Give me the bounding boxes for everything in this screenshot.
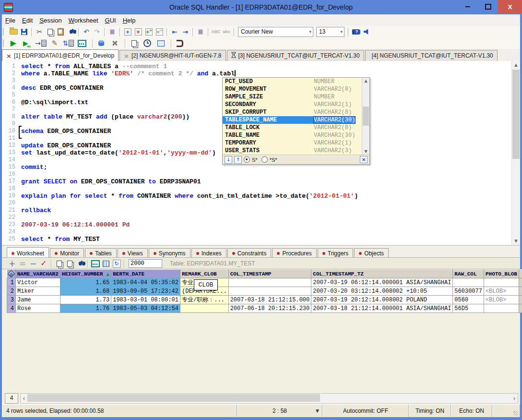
- tab-views[interactable]: Views: [118, 248, 148, 258]
- grid-cell[interactable]: 1983-03-01 08:00:01: [111, 296, 180, 304]
- help-button[interactable]: ?: [351, 26, 361, 37]
- find-button[interactable]: [66, 26, 76, 37]
- minimize-button[interactable]: [458, 0, 478, 13]
- match-prefix-radio[interactable]: [244, 156, 250, 163]
- grid-cell[interactable]: Rose: [16, 304, 60, 313]
- scrollbar-thumb[interactable]: [512, 70, 520, 159]
- scroll-right-icon[interactable]: ›: [511, 394, 518, 402]
- row-number[interactable]: 1: [7, 278, 16, 287]
- tab-constraints[interactable]: Constraints: [227, 248, 272, 258]
- autocomplete-item[interactable]: SAMPLE_SIZENUMBER: [223, 93, 362, 101]
- autocomplete-item[interactable]: TABLE_LOCKVARCHAR2(8): [223, 124, 362, 132]
- paste-button[interactable]: [55, 26, 66, 37]
- column-header-raw_col[interactable]: RAW_COL: [453, 270, 484, 278]
- format-statement-button[interactable]: ≣: [107, 26, 118, 37]
- tab-tables[interactable]: Tables: [85, 248, 117, 258]
- grid-cell[interactable]: 2007-06-18 20:12:15.230: [228, 304, 311, 313]
- column-header-col_timestamp_tz[interactable]: COL_TIMESTAMP_TZ: [311, 270, 453, 278]
- timing-button[interactable]: [142, 38, 153, 48]
- grid-cell[interactable]: 1.73: [60, 296, 111, 304]
- hourglass-icon[interactable]: [231, 52, 236, 60]
- session-tab-3[interactable]: [3] NGENUSRIUT_TCAT@IUT_TERCAT-V1.30: [227, 50, 364, 61]
- grid-cell[interactable]: [228, 287, 311, 296]
- undo-button[interactable]: ↶: [81, 26, 92, 37]
- lowercase-button[interactable]: abc: [221, 26, 232, 37]
- editor-vertical-scrollbar[interactable]: ▲ ▼: [511, 61, 520, 245]
- toolbar-grip[interactable]: [3, 39, 6, 47]
- grid-cell[interactable]: 1.68: [60, 287, 111, 296]
- grid-cell[interactable]: 2007-03-19 20:12:14.008002 POLAND: [311, 296, 453, 304]
- maximize-button[interactable]: [478, 0, 498, 13]
- column-header-remark_clob[interactable]: REMARK_CLOB: [180, 270, 229, 278]
- table-row[interactable]: 4Rose1.761983-05-03 04:12:542007-06-18 2…: [7, 304, 522, 313]
- menu-edit[interactable]: Edit: [19, 15, 36, 25]
- grid-cell[interactable]: [453, 278, 484, 287]
- column-header-col_timestamp[interactable]: COL_TIMESTAMP: [228, 270, 311, 278]
- session-tab-4[interactable]: [4] NGENUSRIUT_TCAT@IUT_TERCAT-V1.30: [365, 50, 498, 61]
- transfer-button[interactable]: ⇅: [63, 38, 74, 48]
- find-in-results-button[interactable]: [75, 258, 85, 269]
- grid-horizontal-scrollbar[interactable]: ‹ ›: [20, 393, 518, 404]
- copy-history-button[interactable]: [129, 38, 139, 48]
- sound-button[interactable]: [361, 26, 372, 37]
- grid-cell[interactable]: 2007-03-20 03:12:14.008002 +10:05: [311, 287, 453, 296]
- session-tab-1[interactable]: ×[1] EDRP3DATA01@EDR_for_Develop: [2, 49, 119, 61]
- autocomplete-item[interactable]: TABLE_NAMEVARCHAR2(30): [223, 132, 362, 139]
- grid-cell[interactable]: 56D5: [453, 304, 484, 313]
- spool-to-file-button[interactable]: →: [35, 38, 47, 48]
- scroll-up-icon[interactable]: ▲: [362, 78, 369, 84]
- disconnect-button[interactable]: [175, 38, 185, 48]
- menu-gui[interactable]: GUI: [102, 15, 119, 25]
- column-header-height_number[interactable]: HEIGHT_NUMBER ▲: [60, 270, 111, 278]
- grid-cell[interactable]: 1983-09-05 17:23:42: [111, 287, 180, 296]
- add-indent-button[interactable]: +: [122, 26, 133, 37]
- scroll-left-icon[interactable]: ‹: [21, 394, 27, 402]
- popup-close-icon[interactable]: ×: [360, 156, 368, 163]
- autocomplete-item[interactable]: TABLESPACE_NAMEVARCHAR2(30): [223, 116, 362, 124]
- close-gray-icon[interactable]: ×: [124, 52, 129, 60]
- grid-cell[interactable]: [228, 278, 311, 287]
- tools-button[interactable]: [109, 38, 120, 48]
- close-red-icon[interactable]: ×: [6, 52, 12, 60]
- add-row-button[interactable]: +: [7, 258, 17, 269]
- autocomplete-item[interactable]: PCT_USEDNUMBER: [223, 78, 362, 85]
- grid-cell[interactable]: 56030077: [453, 287, 484, 296]
- add-quotes-button[interactable]: +": [143, 26, 154, 37]
- tab-indexes[interactable]: Indexes: [191, 248, 226, 258]
- close-button[interactable]: X: [498, 0, 522, 13]
- grid-cell[interactable]: Victor: [16, 278, 60, 287]
- row-number[interactable]: 4: [7, 304, 16, 313]
- column-header-photo_blob[interactable]: PHOTO_BLOB: [484, 270, 519, 278]
- scrollbar-thumb[interactable]: [363, 107, 369, 126]
- edit-script-button[interactable]: ✎: [49, 38, 60, 48]
- refresh-button[interactable]: ↻: [111, 258, 122, 269]
- table-row[interactable]: 3Jame1.731983-03-01 08:00:01专业/职称：...200…: [7, 296, 522, 304]
- grid-cell[interactable]: 2007-03-18 21:12:14.000001 ASIA/SHANGHAI: [311, 304, 453, 313]
- copy-rows-button[interactable]: [64, 258, 75, 269]
- table-row[interactable]: 2Miker1.681983-09-05 17:23:42(DEPARTURE.…: [7, 287, 522, 296]
- grid-cell[interactable]: <BLOB>: [484, 287, 519, 296]
- autocomplete-item[interactable]: SKIP_CORRUPTVARCHAR2(8): [223, 108, 362, 116]
- uppercase-button[interactable]: ABC: [211, 26, 221, 37]
- cut-button[interactable]: ✂: [34, 26, 45, 37]
- grid-cell[interactable]: Miker: [16, 287, 60, 296]
- monitor-button[interactable]: [77, 38, 87, 48]
- choose-columns-button[interactable]: [101, 258, 111, 269]
- grid-cell[interactable]: [484, 278, 519, 287]
- grid-cell[interactable]: Jame: [16, 296, 60, 304]
- move-down-button[interactable]: ↓: [225, 156, 232, 164]
- run-button[interactable]: ▶: [8, 38, 19, 48]
- grid-cell[interactable]: [180, 304, 229, 313]
- autocomplete-item[interactable]: SECONDARYVARCHAR2(1): [223, 101, 362, 108]
- copy-with-headers-button[interactable]: [54, 258, 64, 269]
- grid-cell[interactable]: 1983-04-04 05:35:02: [111, 278, 180, 287]
- hscrollbar-thumb[interactable]: [27, 394, 320, 402]
- autocomplete-item[interactable]: TEMPORARYVARCHAR2(1): [223, 139, 362, 147]
- row-number[interactable]: 3: [7, 296, 16, 304]
- move-up-button[interactable]: ↑: [234, 156, 242, 164]
- remove-quotes-button[interactable]: ×": [154, 26, 165, 37]
- toolbar-grip[interactable]: [3, 28, 6, 36]
- tab-synonyms[interactable]: Synonyms: [149, 248, 190, 258]
- grid-cell[interactable]: 1983-05-03 04:12:54: [111, 304, 180, 313]
- font-size-select[interactable]: 13▾: [316, 27, 344, 37]
